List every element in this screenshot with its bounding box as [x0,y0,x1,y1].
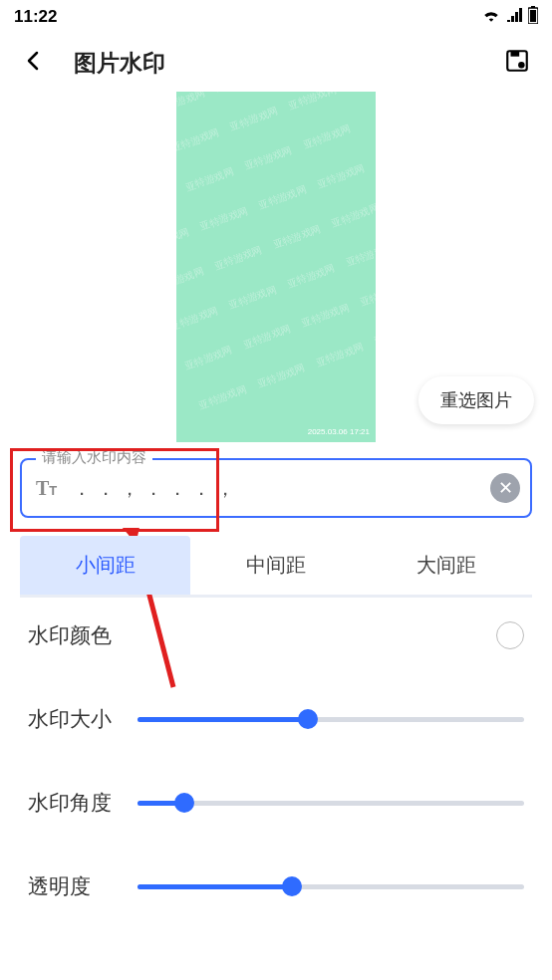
spacing-option-1[interactable]: 中间距 [190,536,361,595]
watermark-input-label: 请输入水印内容 [36,448,152,467]
opacity-row: 透明度 [28,872,524,900]
save-icon[interactable] [504,48,530,78]
watermark-overlay: 亚特游戏网亚特游戏网亚特游戏网亚特游戏网亚特游戏网亚特游戏网亚特游戏网亚特游戏网… [176,92,376,442]
reselect-label: 重选图片 [440,390,512,410]
size-slider[interactable] [138,709,524,729]
color-swatch[interactable] [496,621,524,649]
size-label: 水印大小 [28,705,116,733]
app-bar: 图片水印 [0,34,552,92]
close-icon: ✕ [498,479,513,497]
watermark-size-row: 水印大小 [28,705,524,733]
wifi-icon [482,7,500,27]
svg-rect-5 [511,51,520,56]
status-bar: 11:22 [0,0,552,34]
clock: 11:22 [14,7,57,27]
settings-list: 水印颜色 水印大小 水印角度 透明度 [0,598,552,900]
color-label: 水印颜色 [28,621,116,649]
spacing-segmented-control: 小间距中间距大间距 [0,526,552,598]
text-format-icon: TT [36,477,57,500]
battery-icon [528,6,538,29]
svg-point-4 [518,62,525,69]
reselect-image-button[interactable]: 重选图片 [418,376,534,424]
opacity-slider[interactable] [138,876,524,896]
preview-timestamp: 2025.03.06 17:21 [308,427,370,436]
preview-area: 亚特游戏网亚特游戏网亚特游戏网亚特游戏网亚特游戏网亚特游戏网亚特游戏网亚特游戏网… [0,92,552,442]
status-icons [482,6,538,29]
spacing-option-0[interactable]: 小间距 [20,536,190,595]
opacity-label: 透明度 [28,872,116,900]
angle-slider[interactable] [138,793,524,813]
back-icon[interactable] [22,49,46,77]
signal-icon [506,7,522,27]
angle-label: 水印角度 [28,789,116,817]
svg-rect-2 [530,10,536,22]
watermark-angle-row: 水印角度 [28,789,524,817]
preview-image: 亚特游戏网亚特游戏网亚特游戏网亚特游戏网亚特游戏网亚特游戏网亚特游戏网亚特游戏网… [176,92,376,442]
watermark-text-input[interactable] [72,477,478,500]
clear-input-button[interactable]: ✕ [490,473,520,503]
watermark-color-row[interactable]: 水印颜色 [28,621,524,649]
page-title: 图片水印 [74,48,165,79]
watermark-input-outline[interactable]: 请输入水印内容 TT ✕ [20,458,532,518]
spacing-option-2[interactable]: 大间距 [362,536,532,595]
watermark-input-section: 请输入水印内容 TT ✕ [0,442,552,526]
